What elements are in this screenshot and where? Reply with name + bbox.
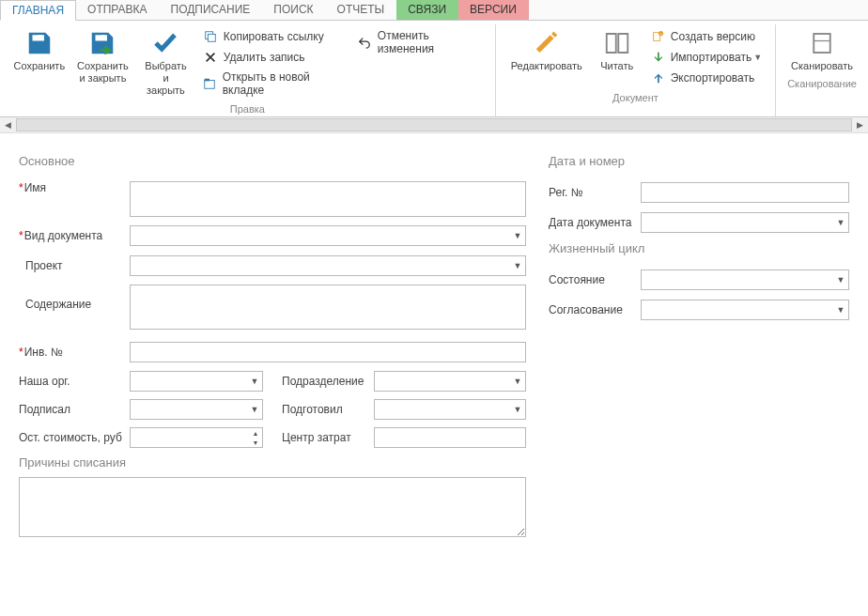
svg-rect-3 (208, 34, 215, 41)
label-doc-type: Вид документа (19, 229, 130, 242)
our-org-input[interactable] (130, 371, 263, 392)
delete-record-button[interactable]: Удалить запись (197, 47, 352, 68)
label-doc-date: Дата документа (549, 216, 641, 229)
approval-input[interactable] (641, 300, 849, 320)
check-icon (150, 28, 180, 58)
chevron-down-icon[interactable]: ▼ (247, 372, 262, 391)
chevron-down-icon[interactable]: ▼ (833, 270, 848, 289)
create-version-button[interactable]: + Создать версию (644, 26, 767, 47)
project-combo[interactable]: ▼ (130, 255, 526, 276)
ribbon-group-scan: Сканировать Сканирование (776, 24, 868, 116)
ribbon: Сохранить Сохранить и закрыть Выбрать и … (0, 21, 868, 117)
create-version-label: Создать версию (671, 30, 755, 43)
chevron-down-icon[interactable]: ▼ (510, 400, 525, 419)
tab-sign[interactable]: ПОДПИСАНИЕ (160, 0, 263, 20)
tab-reports[interactable]: ОТЧЕТЫ (326, 0, 397, 20)
label-signed: Подписал (19, 403, 130, 416)
export-button[interactable]: Экспортировать (644, 68, 767, 88)
select-close-button[interactable]: Выбрать и закрыть (134, 24, 197, 100)
chevron-down-icon[interactable]: ▼ (510, 256, 525, 275)
tab-main[interactable]: ГЛАВНАЯ (0, 0, 76, 21)
ribbon-group-edit: Сохранить Сохранить и закрыть Выбрать и … (0, 24, 496, 116)
content-input[interactable] (130, 285, 526, 330)
chevron-down-icon[interactable]: ▼ (510, 226, 525, 245)
approval-combo[interactable]: ▼ (641, 300, 849, 320)
label-state: Состояние (549, 273, 641, 286)
spin-down-button[interactable]: ▼ (249, 438, 262, 447)
reg-no-input[interactable] (641, 182, 849, 203)
chevron-down-icon[interactable]: ▼ (833, 213, 848, 232)
label-residual-cost: Ост. стоимость, руб (19, 431, 130, 444)
save-close-label: Сохранить и закрыть (77, 60, 129, 85)
copy-link-label: Копировать ссылку (224, 30, 324, 43)
create-version-icon: + (650, 29, 665, 44)
delete-icon (203, 50, 218, 65)
form-area: Основное Имя Вид документа ▼ Проект ▼ Со… (0, 133, 868, 610)
prepared-combo[interactable]: ▼ (374, 399, 526, 420)
open-new-tab-label: Открыть в новой вкладке (223, 70, 347, 97)
cost-center-input[interactable] (374, 427, 526, 448)
document-group-label: Документ (504, 92, 767, 103)
subdivision-combo[interactable]: ▼ (374, 371, 526, 392)
undo-icon (358, 35, 372, 50)
state-input[interactable] (641, 270, 849, 290)
inv-no-input[interactable] (130, 342, 526, 362)
tab-send[interactable]: ОТПРАВКА (76, 0, 160, 20)
signed-input[interactable] (130, 399, 263, 420)
label-reg-no: Рег. № (549, 186, 641, 199)
save-close-button[interactable]: Сохранить и закрыть (71, 24, 135, 88)
chevron-down-icon[interactable]: ▼ (247, 400, 262, 419)
doc-date-input[interactable] (641, 212, 849, 233)
copy-link-button[interactable]: Копировать ссылку (197, 26, 352, 47)
delete-record-label: Удалить запись (224, 51, 305, 64)
open-new-tab-button[interactable]: Открыть в новой вкладке (197, 68, 352, 100)
doc-type-input[interactable] (130, 225, 526, 246)
import-button[interactable]: Импортировать ▼ (644, 47, 767, 68)
doc-type-combo[interactable]: ▼ (130, 225, 526, 246)
undo-changes-button[interactable]: Отменить изменения (352, 26, 488, 58)
ribbon-scroll: ◀ ▶ (0, 117, 868, 133)
chevron-down-icon[interactable]: ▼ (510, 372, 525, 391)
tab-search[interactable]: ПОИСК (262, 0, 325, 20)
export-icon (650, 70, 665, 85)
our-org-combo[interactable]: ▼ (130, 371, 263, 392)
open-new-tab-icon (203, 76, 217, 91)
tab-strip: ГЛАВНАЯ ОТПРАВКА ПОДПИСАНИЕ ПОИСК ОТЧЕТЫ… (0, 0, 868, 21)
reasons-input[interactable] (19, 477, 526, 537)
signed-combo[interactable]: ▼ (130, 399, 263, 420)
state-combo[interactable]: ▼ (641, 270, 849, 290)
spin-up-button[interactable]: ▲ (249, 428, 262, 438)
save-button[interactable]: Сохранить (8, 24, 71, 76)
scroll-thumb[interactable] (16, 118, 852, 131)
tab-links[interactable]: СВЯЗИ (396, 0, 458, 20)
read-label: Читать (600, 60, 633, 72)
label-content: Содержание (19, 285, 130, 311)
import-label: Импортировать (671, 51, 752, 64)
undo-changes-label: Отменить изменения (378, 29, 482, 55)
tab-versions[interactable]: ВЕРСИИ (458, 0, 529, 20)
scroll-right-button[interactable]: ▶ (852, 117, 868, 132)
edit-button[interactable]: Редактировать (504, 24, 590, 76)
chevron-down-icon[interactable]: ▼ (833, 300, 848, 319)
scan-button[interactable]: Сканировать (783, 24, 860, 76)
label-name: Имя (19, 181, 130, 194)
prepared-input[interactable] (374, 399, 526, 420)
book-icon (602, 28, 632, 58)
name-input[interactable] (130, 181, 526, 217)
scan-label: Сканировать (791, 60, 853, 72)
import-icon (650, 50, 665, 65)
subdivision-input[interactable] (374, 371, 526, 392)
project-input[interactable] (130, 255, 526, 276)
svg-text:+: + (659, 31, 662, 36)
residual-cost-input[interactable] (130, 427, 263, 448)
svg-rect-9 (814, 34, 830, 53)
label-project: Проект (19, 259, 130, 272)
label-approval: Согласование (549, 303, 641, 316)
scroll-track[interactable] (16, 117, 852, 132)
label-prepared: Подготовил (282, 403, 374, 416)
residual-cost-spinner[interactable]: ▲ ▼ (130, 427, 263, 448)
doc-date-combo[interactable]: ▼ (641, 212, 849, 233)
read-button[interactable]: Читать (590, 24, 644, 76)
scroll-left-button[interactable]: ◀ (0, 117, 16, 132)
chevron-down-icon: ▼ (753, 53, 762, 62)
